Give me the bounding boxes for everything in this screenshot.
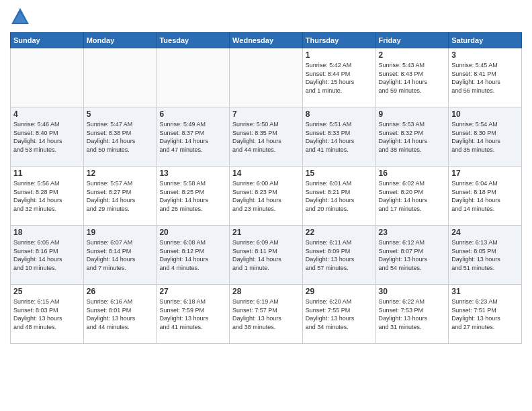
day-info: Sunrise: 6:15 AM Sunset: 8:03 PM Dayligh… — [13, 298, 81, 331]
weekday-header-monday: Monday — [83, 33, 157, 48]
day-cell-23: 23Sunrise: 6:12 AM Sunset: 8:07 PM Dayli… — [375, 226, 449, 285]
day-number: 5 — [87, 109, 154, 119]
day-number: 21 — [232, 228, 300, 237]
day-info: Sunrise: 6:16 AM Sunset: 8:01 PM Dayligh… — [87, 298, 154, 331]
weekday-header-saturday: Saturday — [449, 33, 522, 48]
empty-cell — [83, 48, 157, 107]
day-info: Sunrise: 5:43 AM Sunset: 8:43 PM Dayligh… — [379, 61, 446, 95]
day-info: Sunrise: 6:01 AM Sunset: 8:21 PM Dayligh… — [306, 179, 373, 213]
day-number: 25 — [13, 287, 81, 296]
day-cell-18: 18Sunrise: 6:05 AM Sunset: 8:16 PM Dayli… — [11, 226, 84, 285]
day-cell-29: 29Sunrise: 6:20 AM Sunset: 7:55 PM Dayli… — [302, 285, 375, 344]
weekday-header-friday: Friday — [375, 33, 449, 48]
day-info: Sunrise: 6:12 AM Sunset: 8:07 PM Dayligh… — [379, 238, 446, 272]
day-info: Sunrise: 6:08 AM Sunset: 8:12 PM Dayligh… — [159, 238, 226, 272]
day-info: Sunrise: 5:47 AM Sunset: 8:38 PM Dayligh… — [87, 120, 154, 154]
day-cell-3: 3Sunrise: 5:45 AM Sunset: 8:41 PM Daylig… — [449, 48, 522, 107]
day-cell-25: 25Sunrise: 6:15 AM Sunset: 8:03 PM Dayli… — [11, 285, 84, 344]
day-number: 24 — [451, 228, 519, 237]
day-info: Sunrise: 6:09 AM Sunset: 8:11 PM Dayligh… — [232, 238, 300, 272]
day-number: 27 — [159, 287, 226, 296]
day-cell-11: 11Sunrise: 5:56 AM Sunset: 8:28 PM Dayli… — [11, 167, 84, 226]
day-info: Sunrise: 6:23 AM Sunset: 7:51 PM Dayligh… — [451, 298, 519, 331]
day-info: Sunrise: 5:51 AM Sunset: 8:33 PM Dayligh… — [306, 120, 373, 154]
day-info: Sunrise: 6:13 AM Sunset: 8:05 PM Dayligh… — [451, 238, 519, 272]
day-cell-10: 10Sunrise: 5:54 AM Sunset: 8:30 PM Dayli… — [449, 107, 522, 167]
day-info: Sunrise: 6:19 AM Sunset: 7:57 PM Dayligh… — [232, 298, 300, 331]
day-cell-22: 22Sunrise: 6:11 AM Sunset: 8:09 PM Dayli… — [302, 226, 375, 285]
day-info: Sunrise: 6:18 AM Sunset: 7:59 PM Dayligh… — [159, 298, 226, 331]
day-cell-13: 13Sunrise: 5:58 AM Sunset: 8:25 PM Dayli… — [157, 167, 230, 226]
day-cell-2: 2Sunrise: 5:43 AM Sunset: 8:43 PM Daylig… — [375, 48, 449, 107]
day-cell-28: 28Sunrise: 6:19 AM Sunset: 7:57 PM Dayli… — [230, 285, 303, 344]
day-number: 22 — [306, 228, 373, 237]
day-info: Sunrise: 6:00 AM Sunset: 8:23 PM Dayligh… — [232, 179, 300, 213]
day-cell-15: 15Sunrise: 6:01 AM Sunset: 8:21 PM Dayli… — [302, 167, 375, 226]
week-row-4: 18Sunrise: 6:05 AM Sunset: 8:16 PM Dayli… — [11, 226, 522, 285]
day-number: 1 — [306, 50, 373, 60]
day-number: 7 — [232, 109, 300, 119]
day-cell-27: 27Sunrise: 6:18 AM Sunset: 7:59 PM Dayli… — [157, 285, 230, 344]
day-number: 18 — [13, 228, 81, 237]
day-number: 2 — [379, 50, 446, 60]
day-cell-26: 26Sunrise: 6:16 AM Sunset: 8:01 PM Dayli… — [83, 285, 157, 344]
day-info: Sunrise: 5:54 AM Sunset: 8:30 PM Dayligh… — [451, 120, 519, 154]
day-cell-19: 19Sunrise: 6:07 AM Sunset: 8:14 PM Dayli… — [83, 226, 157, 285]
day-number: 11 — [13, 169, 81, 178]
day-cell-31: 31Sunrise: 6:23 AM Sunset: 7:51 PM Dayli… — [449, 285, 522, 344]
weekday-header-wednesday: Wednesday — [230, 33, 303, 48]
empty-cell — [230, 48, 303, 107]
day-cell-24: 24Sunrise: 6:13 AM Sunset: 8:05 PM Dayli… — [449, 226, 522, 285]
day-info: Sunrise: 6:02 AM Sunset: 8:20 PM Dayligh… — [379, 179, 446, 213]
day-cell-20: 20Sunrise: 6:08 AM Sunset: 8:12 PM Dayli… — [157, 226, 230, 285]
day-info: Sunrise: 5:46 AM Sunset: 8:40 PM Dayligh… — [13, 120, 81, 154]
empty-cell — [11, 48, 84, 107]
day-info: Sunrise: 5:53 AM Sunset: 8:32 PM Dayligh… — [379, 120, 446, 154]
weekday-header-tuesday: Tuesday — [157, 33, 230, 48]
day-info: Sunrise: 6:20 AM Sunset: 7:55 PM Dayligh… — [306, 298, 373, 331]
week-row-2: 4Sunrise: 5:46 AM Sunset: 8:40 PM Daylig… — [11, 107, 522, 167]
day-info: Sunrise: 6:07 AM Sunset: 8:14 PM Dayligh… — [87, 238, 154, 272]
day-cell-5: 5Sunrise: 5:47 AM Sunset: 8:38 PM Daylig… — [83, 107, 157, 167]
empty-cell — [157, 48, 230, 107]
day-number: 29 — [306, 287, 373, 296]
day-cell-16: 16Sunrise: 6:02 AM Sunset: 8:20 PM Dayli… — [375, 167, 449, 226]
day-info: Sunrise: 6:05 AM Sunset: 8:16 PM Dayligh… — [13, 238, 81, 272]
logo — [10, 7, 33, 27]
page: SundayMondayTuesdayWednesdayThursdayFrid… — [0, 0, 532, 411]
day-info: Sunrise: 5:57 AM Sunset: 8:27 PM Dayligh… — [87, 179, 154, 213]
day-number: 14 — [232, 169, 300, 178]
week-row-5: 25Sunrise: 6:15 AM Sunset: 8:03 PM Dayli… — [11, 285, 522, 344]
day-number: 31 — [451, 287, 519, 296]
week-row-1: 1Sunrise: 5:42 AM Sunset: 8:44 PM Daylig… — [11, 48, 522, 107]
day-cell-17: 17Sunrise: 6:04 AM Sunset: 8:18 PM Dayli… — [449, 167, 522, 226]
day-info: Sunrise: 6:22 AM Sunset: 7:53 PM Dayligh… — [379, 298, 446, 331]
day-cell-21: 21Sunrise: 6:09 AM Sunset: 8:11 PM Dayli… — [230, 226, 303, 285]
day-number: 16 — [379, 169, 446, 178]
header — [10, 7, 522, 27]
calendar-table: SundayMondayTuesdayWednesdayThursdayFrid… — [10, 32, 522, 344]
day-cell-8: 8Sunrise: 5:51 AM Sunset: 8:33 PM Daylig… — [302, 107, 375, 167]
day-info: Sunrise: 5:58 AM Sunset: 8:25 PM Dayligh… — [159, 179, 226, 213]
weekday-header-row: SundayMondayTuesdayWednesdayThursdayFrid… — [11, 33, 522, 48]
day-number: 20 — [159, 228, 226, 237]
day-cell-14: 14Sunrise: 6:00 AM Sunset: 8:23 PM Dayli… — [230, 167, 303, 226]
day-number: 6 — [159, 109, 226, 119]
day-info: Sunrise: 5:50 AM Sunset: 8:35 PM Dayligh… — [232, 120, 300, 154]
day-number: 30 — [379, 287, 446, 296]
weekday-header-thursday: Thursday — [302, 33, 375, 48]
day-cell-7: 7Sunrise: 5:50 AM Sunset: 8:35 PM Daylig… — [230, 107, 303, 167]
day-number: 13 — [159, 169, 226, 178]
day-number: 17 — [451, 169, 519, 178]
day-number: 12 — [87, 169, 154, 178]
day-number: 3 — [451, 50, 519, 60]
day-cell-12: 12Sunrise: 5:57 AM Sunset: 8:27 PM Dayli… — [83, 167, 157, 226]
day-info: Sunrise: 6:04 AM Sunset: 8:18 PM Dayligh… — [451, 179, 519, 213]
day-number: 15 — [306, 169, 373, 178]
day-info: Sunrise: 6:11 AM Sunset: 8:09 PM Dayligh… — [306, 238, 373, 272]
day-info: Sunrise: 5:42 AM Sunset: 8:44 PM Dayligh… — [306, 61, 373, 95]
day-cell-9: 9Sunrise: 5:53 AM Sunset: 8:32 PM Daylig… — [375, 107, 449, 167]
day-number: 9 — [379, 109, 446, 119]
day-number: 19 — [87, 228, 154, 237]
day-info: Sunrise: 5:56 AM Sunset: 8:28 PM Dayligh… — [13, 179, 81, 213]
